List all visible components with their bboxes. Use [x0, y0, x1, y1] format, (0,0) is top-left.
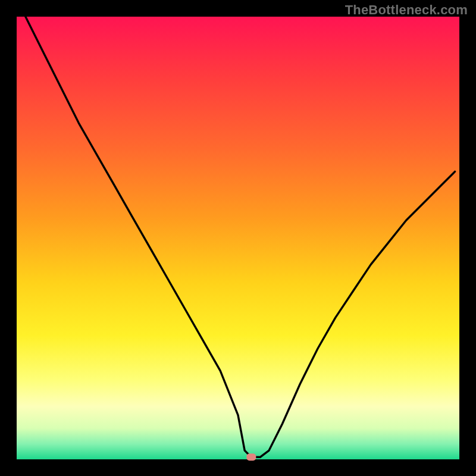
watermark-text: TheBottleneck.com: [345, 2, 468, 18]
bottleneck-chart: [0, 0, 476, 476]
chart-frame: TheBottleneck.com: [0, 0, 476, 476]
optimal-marker: [246, 453, 256, 461]
